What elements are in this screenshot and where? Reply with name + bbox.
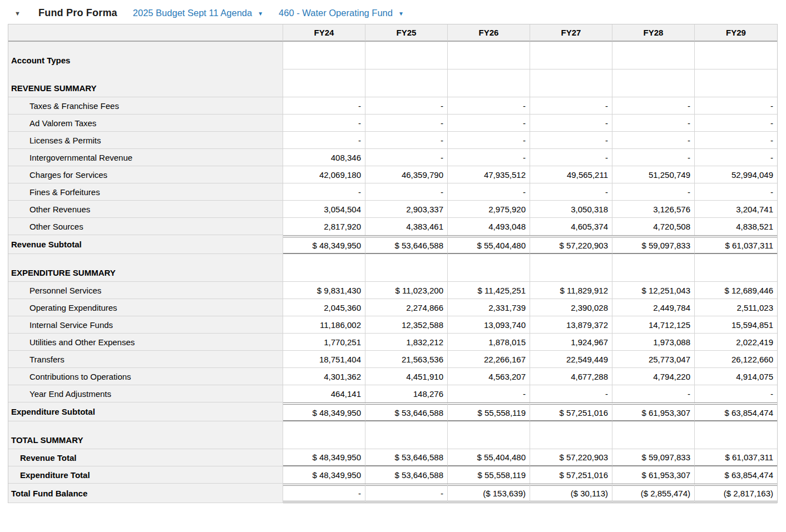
- value-cell: -: [283, 484, 365, 503]
- value-cell: -: [695, 183, 777, 201]
- value-cell: -: [365, 115, 448, 132]
- row-label: Internal Service Funds: [8, 316, 283, 334]
- value-cell: $ 53,646,588: [365, 449, 448, 466]
- row-label: Total Fund Balance: [8, 484, 283, 503]
- row-label: Expenditure Subtotal: [8, 402, 283, 421]
- chevron-down-icon[interactable]: ▼: [398, 9, 404, 17]
- row-label: Fines & Forfeitures: [8, 183, 283, 201]
- table-row: Ad Valorem Taxes------: [8, 115, 777, 132]
- budget-dropdown-label[interactable]: 2025 Budget Sept 11 Agenda: [133, 8, 252, 18]
- table-row: Transfers18,751,40421,563,53622,266,1672…: [8, 351, 777, 368]
- column-header-fy: FY29: [695, 24, 777, 42]
- value-cell: 52,994,049: [695, 166, 777, 183]
- table-row: Total Fund Balance--($ 153,639)($ 30,113…: [8, 484, 777, 503]
- value-cell: $ 55,558,119: [448, 402, 530, 421]
- value-cell: 11,186,002: [283, 316, 365, 334]
- value-cell: -: [530, 97, 612, 115]
- value-cell: [612, 254, 695, 282]
- value-cell: $ 59,097,833: [612, 235, 695, 254]
- value-cell: $ 61,037,311: [695, 235, 777, 254]
- value-cell: -: [365, 97, 448, 115]
- value-cell: -: [695, 149, 777, 166]
- value-cell: $ 48,349,950: [283, 466, 365, 484]
- value-cell: -: [365, 149, 448, 166]
- table-row: Intergovernmental Revenue408,346-----: [8, 149, 777, 166]
- table-row: Fines & Forfeitures------: [8, 183, 777, 201]
- value-cell: 2,331,739: [448, 299, 530, 316]
- value-cell: 4,677,288: [530, 368, 612, 385]
- value-cell: 4,451,910: [365, 368, 448, 385]
- value-cell: -: [283, 132, 365, 149]
- collapse-caret-icon[interactable]: ▼: [14, 10, 22, 17]
- value-cell: 148,276: [365, 385, 448, 402]
- value-cell: -: [530, 132, 612, 149]
- value-cell: [365, 42, 448, 69]
- table-row: Internal Service Funds11,186,00212,352,5…: [8, 316, 777, 334]
- row-label: Charges for Services: [8, 166, 283, 183]
- value-cell: -: [530, 183, 612, 201]
- table-row: Revenue Subtotal$ 48,349,950$ 53,646,588…: [8, 235, 777, 254]
- fund-dropdown[interactable]: 460 - Water Operating Fund ▼: [279, 8, 404, 18]
- value-cell: -: [612, 149, 695, 166]
- value-cell: 46,359,790: [365, 166, 448, 183]
- value-cell: [283, 254, 365, 282]
- value-cell: 3,204,741: [695, 201, 777, 218]
- value-cell: -: [448, 132, 530, 149]
- table-row: Other Revenues3,054,5042,903,3372,975,92…: [8, 201, 777, 218]
- value-cell: [365, 421, 448, 449]
- value-cell: [448, 42, 530, 69]
- row-label: Utilities and Other Expenses: [8, 334, 283, 351]
- value-cell: [448, 69, 530, 97]
- value-cell: 2,903,337: [365, 201, 448, 218]
- value-cell: 15,594,851: [695, 316, 777, 334]
- value-cell: ($ 153,639): [448, 484, 530, 503]
- value-cell: ($ 2,817,163): [695, 484, 777, 503]
- table-row: Expenditure Total$ 48,349,950$ 53,646,58…: [8, 466, 777, 484]
- table-row: Account Types: [8, 42, 777, 69]
- value-cell: 26,122,660: [695, 351, 777, 368]
- value-cell: -: [283, 115, 365, 132]
- column-header-row: FY24FY25FY26FY27FY28FY29: [8, 24, 777, 42]
- row-label: Operating Expenditures: [8, 299, 283, 316]
- chevron-down-icon[interactable]: ▼: [258, 9, 263, 17]
- fund-dropdown-label[interactable]: 460 - Water Operating Fund: [279, 8, 393, 18]
- table-row: Operating Expenditures2,045,3602,274,866…: [8, 299, 777, 316]
- value-cell: -: [530, 115, 612, 132]
- value-cell: 14,712,125: [612, 316, 695, 334]
- column-header-fy: FY28: [612, 24, 695, 42]
- value-cell: 2,449,784: [612, 299, 695, 316]
- value-cell: $ 55,558,119: [448, 466, 530, 484]
- value-cell: 464,141: [283, 385, 365, 402]
- value-cell: $ 55,404,480: [448, 235, 530, 254]
- value-cell: $ 9,831,430: [283, 282, 365, 299]
- page-title: Fund Pro Forma: [38, 7, 117, 19]
- value-cell: 1,770,251: [283, 334, 365, 351]
- value-cell: -: [612, 97, 695, 115]
- value-cell: [530, 254, 612, 282]
- value-cell: 3,054,504: [283, 201, 365, 218]
- value-cell: -: [448, 115, 530, 132]
- row-label: REVENUE SUMMARY: [8, 69, 283, 97]
- value-cell: 49,565,211: [530, 166, 612, 183]
- column-header-fy: FY26: [448, 24, 530, 42]
- value-cell: $ 55,404,480: [448, 449, 530, 466]
- row-label: Year End Adjustments: [8, 385, 283, 402]
- toolbar: ▼ Fund Pro Forma 2025 Budget Sept 11 Age…: [0, 0, 786, 24]
- budget-dropdown[interactable]: 2025 Budget Sept 11 Agenda ▼: [133, 8, 263, 18]
- value-cell: [448, 421, 530, 449]
- value-cell: [695, 421, 777, 449]
- table-row: Taxes & Franchise Fees------: [8, 97, 777, 115]
- value-cell: 4,563,207: [448, 368, 530, 385]
- value-cell: $ 57,220,903: [530, 235, 612, 254]
- value-cell: [530, 42, 612, 69]
- value-cell: -: [365, 183, 448, 201]
- value-cell: 12,352,588: [365, 316, 448, 334]
- value-cell: 2,817,920: [283, 218, 365, 235]
- value-cell: -: [283, 183, 365, 201]
- value-cell: $ 63,854,474: [695, 466, 777, 484]
- table-row: Personnel Services$ 9,831,430$ 11,023,20…: [8, 282, 777, 299]
- value-cell: $ 48,349,950: [283, 235, 365, 254]
- value-cell: $ 53,646,588: [365, 466, 448, 484]
- value-cell: -: [448, 183, 530, 201]
- table-row: Contributions to Operations4,301,3624,45…: [8, 368, 777, 385]
